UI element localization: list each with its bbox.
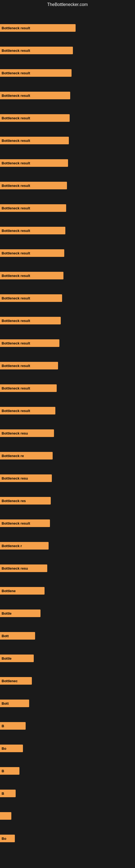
bar-label: Bo [2, 837, 6, 841]
bar-label: B [2, 792, 4, 796]
list-item: Bottleneck resu [0, 474, 135, 482]
list-item: Bottle [0, 654, 135, 662]
bar [0, 812, 11, 820]
list-item: Bottleneck resu [0, 429, 135, 437]
list-item: Bottleneck result [0, 317, 135, 324]
bar-label: Bottleneck result [2, 319, 30, 323]
bar-label: Bottle [2, 656, 12, 660]
bar: Bottleneck result [0, 339, 59, 347]
bar: Bottleneck result [0, 137, 69, 144]
bar: Bott [0, 700, 29, 707]
bar-label: Bottleneck result [2, 386, 30, 390]
bar-chart: Bottleneck resultBottleneck resultBottle… [0, 24, 135, 842]
bar: B [0, 767, 19, 775]
list-item: Bottleneck result [0, 24, 135, 32]
bar: Bottlenec [0, 677, 32, 685]
bar-label: Bottleneck r [2, 544, 22, 548]
bar-label: Bottleneck result [2, 94, 30, 98]
bar-label: Bottleneck resu [2, 566, 28, 570]
bar: Bottleneck result [0, 294, 62, 302]
bar: B [0, 789, 16, 797]
list-item: Bottleneck result [0, 227, 135, 235]
site-title-bar: TheBottlenecker.com [0, 0, 135, 9]
bar: Bott [0, 632, 35, 640]
list-item: Bottlene [0, 587, 135, 595]
bar: Bottleneck result [0, 520, 50, 527]
bar-label: Bottleneck resu [2, 431, 28, 435]
list-item: Bottleneck result [0, 339, 135, 347]
bar-label: Bottleneck result [2, 161, 30, 165]
list-item: Bottleneck res [0, 497, 135, 504]
bar-label: Bottleneck result [2, 409, 30, 413]
list-item: Bottleneck result [0, 249, 135, 257]
bar-label: Bottleneck resu [2, 476, 28, 480]
bar-label: Bottleneck result [2, 49, 30, 53]
list-item: Bottleneck result [0, 182, 135, 189]
list-item: Bo [0, 835, 135, 842]
list-item: Bottleneck result [0, 362, 135, 369]
bar-label: Bottleneck result [2, 364, 30, 368]
list-item: B [0, 722, 135, 730]
list-item: Bottleneck result [0, 520, 135, 527]
bar-label: Bottle [2, 611, 12, 616]
bar-label: Bottleneck result [2, 116, 30, 120]
bar: Bottleneck result [0, 272, 63, 279]
list-item: Bottleneck result [0, 159, 135, 167]
list-item: Bottleneck result [0, 137, 135, 144]
list-item: Bottleneck result [0, 69, 135, 77]
bar: Bottleneck result [0, 114, 70, 122]
bar-label: Bottleneck result [2, 138, 30, 143]
bar-label: B [2, 769, 4, 773]
bar: Bottleneck result [0, 227, 65, 235]
list-item: Bottleneck result [0, 407, 135, 414]
bar: Bottleneck result [0, 317, 61, 324]
bar-label: Bottleneck result [2, 251, 30, 255]
bar-label: Bottlenec [2, 679, 17, 683]
bar: Bottleneck re [0, 452, 53, 460]
bar-label: Bott [2, 634, 9, 638]
bar: Bottle [0, 654, 34, 662]
bar: Bottleneck result [0, 182, 67, 189]
bar: Bo [0, 835, 15, 842]
bar-label: Bottleneck result [2, 71, 30, 75]
bar: Bottleneck r [0, 542, 49, 550]
list-item: Bottleneck result [0, 384, 135, 392]
bar: Bottleneck resu [0, 564, 47, 572]
bar-label: Bottleneck result [2, 184, 30, 188]
list-item: B [0, 789, 135, 797]
bar: Bottleneck result [0, 362, 58, 369]
list-item: Bottleneck r [0, 542, 135, 550]
list-item: Bottleneck result [0, 272, 135, 279]
bar-label: Bott [2, 702, 9, 706]
bar-label: Bottleneck re [2, 454, 24, 458]
bar: Bottleneck resu [0, 429, 54, 437]
bar: B [0, 722, 26, 730]
bar-label: Bottleneck result [2, 26, 30, 30]
bar: Bottleneck result [0, 384, 57, 392]
bar: Bottle [0, 610, 41, 617]
bar-label: Bottleneck res [2, 499, 26, 503]
list-item: B [0, 767, 135, 775]
bar-label: Bottleneck result [2, 341, 30, 345]
bar-label: Bo [2, 746, 6, 750]
bar: Bottleneck result [0, 407, 55, 414]
list-item: Bottleneck result [0, 204, 135, 212]
bar: Bottleneck result [0, 92, 70, 99]
list-item: Bottleneck re [0, 452, 135, 460]
bar: Bottleneck result [0, 249, 64, 257]
list-item: Bottleneck result [0, 46, 135, 54]
bar: Bottleneck result [0, 46, 73, 54]
list-item: Bottleneck result [0, 114, 135, 122]
bar: Bottleneck resu [0, 474, 52, 482]
bar: Bo [0, 745, 23, 752]
bar-label: Bottleneck result [2, 206, 30, 210]
bar: Bottlene [0, 587, 45, 595]
bar-label: Bottleneck result [2, 521, 30, 525]
bar: Bottleneck result [0, 159, 68, 167]
bar-label: Bottleneck result [2, 229, 30, 233]
list-item: Bo [0, 745, 135, 752]
bar-label: B [2, 724, 4, 728]
list-item [0, 812, 135, 820]
bar: Bottleneck res [0, 497, 51, 504]
bar: Bottleneck result [0, 69, 72, 77]
